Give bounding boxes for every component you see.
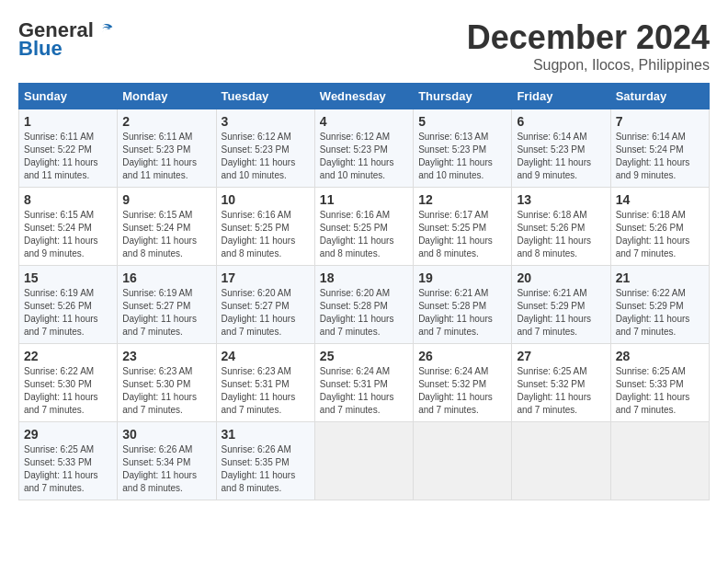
day-header-row: Sunday Monday Tuesday Wednesday Thursday…: [19, 84, 710, 109]
calendar-cell: 6 Sunrise: 6:14 AM Sunset: 5:23 PM Dayli…: [512, 109, 610, 188]
calendar-week-row: 29 Sunrise: 6:25 AM Sunset: 5:33 PM Dayl…: [19, 422, 710, 500]
day-detail: Sunrise: 6:18 AM Sunset: 5:26 PM Dayligh…: [616, 209, 704, 260]
day-detail: Sunrise: 6:21 AM Sunset: 5:29 PM Dayligh…: [517, 287, 605, 339]
calendar-week-row: 1 Sunrise: 6:11 AM Sunset: 5:22 PM Dayli…: [19, 109, 710, 188]
location-title: Sugpon, Ilocos, Philippines: [467, 57, 710, 74]
day-number: 20: [517, 270, 605, 285]
calendar-cell: 14 Sunrise: 6:18 AM Sunset: 5:26 PM Dayl…: [610, 188, 709, 266]
day-number: 1: [24, 114, 112, 129]
month-title: December 2024: [467, 18, 710, 57]
day-number: 21: [616, 270, 704, 285]
day-number: 3: [222, 114, 310, 129]
calendar-cell: 19 Sunrise: 6:21 AM Sunset: 5:28 PM Dayl…: [414, 266, 512, 344]
day-number: 24: [222, 349, 310, 363]
header-thursday: Thursday: [414, 84, 512, 109]
calendar-week-row: 8 Sunrise: 6:15 AM Sunset: 5:24 PM Dayli…: [19, 188, 710, 266]
calendar-cell: 25 Sunrise: 6:24 AM Sunset: 5:31 PM Dayl…: [314, 344, 413, 422]
day-detail: Sunrise: 6:25 AM Sunset: 5:32 PM Dayligh…: [517, 365, 605, 417]
day-number: 6: [517, 114, 605, 129]
day-detail: Sunrise: 6:22 AM Sunset: 5:29 PM Dayligh…: [616, 287, 704, 339]
day-number: 28: [616, 349, 704, 363]
day-detail: Sunrise: 6:15 AM Sunset: 5:24 PM Dayligh…: [24, 209, 112, 260]
calendar-table: Sunday Monday Tuesday Wednesday Thursday…: [18, 83, 710, 500]
day-detail: Sunrise: 6:11 AM Sunset: 5:22 PM Dayligh…: [24, 131, 112, 182]
calendar-cell: [610, 422, 709, 500]
header-wednesday: Wednesday: [314, 84, 413, 109]
calendar-cell: 21 Sunrise: 6:22 AM Sunset: 5:29 PM Dayl…: [610, 266, 709, 344]
day-number: 23: [122, 349, 210, 363]
calendar-cell: [414, 422, 512, 500]
day-number: 26: [418, 349, 506, 363]
calendar-cell: 1 Sunrise: 6:11 AM Sunset: 5:22 PM Dayli…: [19, 109, 118, 188]
day-number: 14: [616, 192, 704, 207]
calendar-cell: 23 Sunrise: 6:23 AM Sunset: 5:30 PM Dayl…: [118, 344, 216, 422]
calendar-cell: 18 Sunrise: 6:20 AM Sunset: 5:28 PM Dayl…: [314, 266, 413, 344]
day-number: 8: [24, 192, 112, 207]
calendar-cell: 15 Sunrise: 6:19 AM Sunset: 5:26 PM Dayl…: [19, 266, 118, 344]
day-detail: Sunrise: 6:23 AM Sunset: 5:30 PM Dayligh…: [122, 365, 210, 417]
day-detail: Sunrise: 6:20 AM Sunset: 5:27 PM Dayligh…: [222, 287, 310, 339]
calendar-cell: 30 Sunrise: 6:26 AM Sunset: 5:34 PM Dayl…: [118, 422, 216, 500]
day-detail: Sunrise: 6:17 AM Sunset: 5:25 PM Dayligh…: [418, 209, 506, 260]
day-number: 31: [222, 427, 310, 442]
day-detail: Sunrise: 6:11 AM Sunset: 5:23 PM Dayligh…: [122, 131, 210, 182]
day-detail: Sunrise: 6:19 AM Sunset: 5:26 PM Dayligh…: [24, 287, 112, 339]
day-detail: Sunrise: 6:19 AM Sunset: 5:27 PM Dayligh…: [122, 287, 210, 339]
day-number: 19: [418, 270, 506, 285]
calendar-cell: 8 Sunrise: 6:15 AM Sunset: 5:24 PM Dayli…: [19, 188, 118, 266]
day-detail: Sunrise: 6:18 AM Sunset: 5:26 PM Dayligh…: [517, 209, 605, 260]
calendar-cell: 11 Sunrise: 6:16 AM Sunset: 5:25 PM Dayl…: [314, 188, 413, 266]
calendar-cell: 29 Sunrise: 6:25 AM Sunset: 5:33 PM Dayl…: [19, 422, 118, 500]
calendar-week-row: 15 Sunrise: 6:19 AM Sunset: 5:26 PM Dayl…: [19, 266, 710, 344]
day-number: 27: [517, 349, 605, 363]
day-detail: Sunrise: 6:26 AM Sunset: 5:35 PM Dayligh…: [222, 443, 310, 495]
calendar-cell: 16 Sunrise: 6:19 AM Sunset: 5:27 PM Dayl…: [118, 266, 216, 344]
calendar-cell: 27 Sunrise: 6:25 AM Sunset: 5:32 PM Dayl…: [512, 344, 610, 422]
day-number: 4: [320, 114, 408, 129]
title-block: December 2024 Sugpon, Ilocos, Philippine…: [467, 18, 710, 74]
calendar-cell: [314, 422, 413, 500]
logo-bird-icon: [96, 20, 116, 40]
day-detail: Sunrise: 6:26 AM Sunset: 5:34 PM Dayligh…: [122, 443, 210, 495]
header-tuesday: Tuesday: [216, 84, 314, 109]
day-detail: Sunrise: 6:16 AM Sunset: 5:25 PM Dayligh…: [320, 209, 408, 260]
logo-blue-text: Blue: [18, 37, 63, 61]
day-number: 15: [24, 270, 112, 285]
day-number: 16: [122, 270, 210, 285]
day-number: 11: [320, 192, 408, 207]
day-detail: Sunrise: 6:24 AM Sunset: 5:31 PM Dayligh…: [320, 365, 408, 417]
calendar-cell: 4 Sunrise: 6:12 AM Sunset: 5:23 PM Dayli…: [314, 109, 413, 188]
day-detail: Sunrise: 6:12 AM Sunset: 5:23 PM Dayligh…: [222, 131, 310, 182]
day-detail: Sunrise: 6:14 AM Sunset: 5:23 PM Dayligh…: [517, 131, 605, 182]
header-monday: Monday: [118, 84, 216, 109]
calendar-cell: 7 Sunrise: 6:14 AM Sunset: 5:24 PM Dayli…: [610, 109, 709, 188]
calendar-cell: 10 Sunrise: 6:16 AM Sunset: 5:25 PM Dayl…: [216, 188, 314, 266]
day-number: 13: [517, 192, 605, 207]
day-number: 12: [418, 192, 506, 207]
day-detail: Sunrise: 6:15 AM Sunset: 5:24 PM Dayligh…: [122, 209, 210, 260]
day-detail: Sunrise: 6:21 AM Sunset: 5:28 PM Dayligh…: [418, 287, 506, 339]
day-number: 25: [320, 349, 408, 363]
day-number: 9: [122, 192, 210, 207]
day-detail: Sunrise: 6:24 AM Sunset: 5:32 PM Dayligh…: [418, 365, 506, 417]
calendar-cell: [512, 422, 610, 500]
calendar-cell: 26 Sunrise: 6:24 AM Sunset: 5:32 PM Dayl…: [414, 344, 512, 422]
page-header: General Blue December 2024 Sugpon, Iloco…: [18, 18, 710, 74]
calendar-cell: 13 Sunrise: 6:18 AM Sunset: 5:26 PM Dayl…: [512, 188, 610, 266]
calendar-cell: 5 Sunrise: 6:13 AM Sunset: 5:23 PM Dayli…: [414, 109, 512, 188]
day-number: 30: [122, 427, 210, 442]
day-number: 10: [222, 192, 310, 207]
day-detail: Sunrise: 6:16 AM Sunset: 5:25 PM Dayligh…: [222, 209, 310, 260]
header-sunday: Sunday: [19, 84, 118, 109]
calendar-cell: 12 Sunrise: 6:17 AM Sunset: 5:25 PM Dayl…: [414, 188, 512, 266]
day-detail: Sunrise: 6:23 AM Sunset: 5:31 PM Dayligh…: [222, 365, 310, 417]
day-detail: Sunrise: 6:22 AM Sunset: 5:30 PM Dayligh…: [24, 365, 112, 417]
day-detail: Sunrise: 6:25 AM Sunset: 5:33 PM Dayligh…: [616, 365, 704, 417]
calendar-cell: 31 Sunrise: 6:26 AM Sunset: 5:35 PM Dayl…: [216, 422, 314, 500]
calendar-cell: 3 Sunrise: 6:12 AM Sunset: 5:23 PM Dayli…: [216, 109, 314, 188]
day-number: 18: [320, 270, 408, 285]
calendar-week-row: 22 Sunrise: 6:22 AM Sunset: 5:30 PM Dayl…: [19, 344, 710, 422]
calendar-cell: 20 Sunrise: 6:21 AM Sunset: 5:29 PM Dayl…: [512, 266, 610, 344]
day-detail: Sunrise: 6:12 AM Sunset: 5:23 PM Dayligh…: [320, 131, 408, 182]
calendar-cell: 2 Sunrise: 6:11 AM Sunset: 5:23 PM Dayli…: [118, 109, 216, 188]
